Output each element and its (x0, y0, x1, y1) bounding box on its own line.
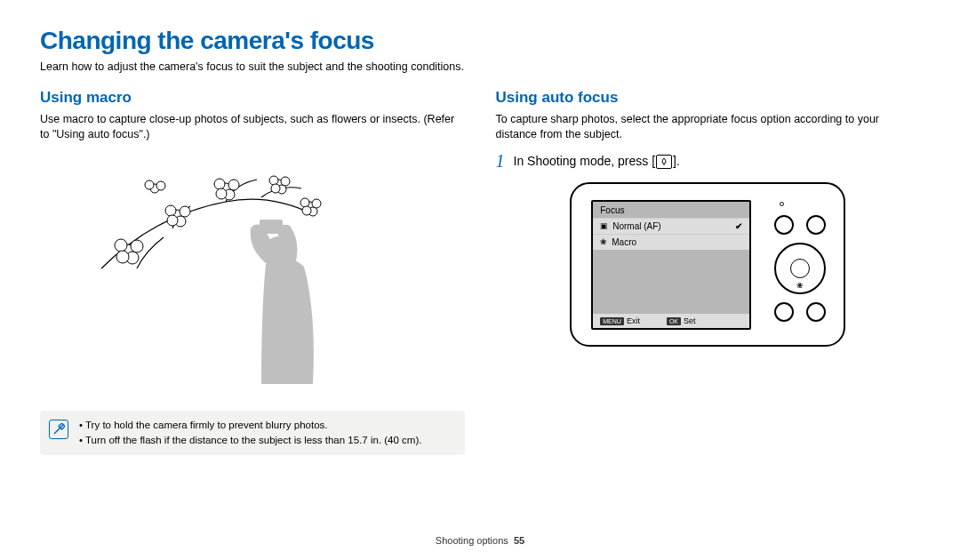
svg-point-26 (156, 181, 165, 190)
svg-point-17 (269, 176, 278, 185)
svg-point-14 (216, 188, 227, 199)
camera-button-top-left (774, 215, 794, 235)
autofocus-body: To capture sharp photos, select the appr… (496, 112, 921, 142)
page-title: Changing the camera's focus (40, 27, 920, 55)
screen-row2-label: Macro (612, 237, 636, 247)
note-item-1: Try to hold the camera firmly to prevent… (79, 418, 421, 433)
screen-row1-label: Normal (AF) (612, 221, 660, 231)
macro-illustration (92, 153, 412, 393)
page-footer: Shooting options 55 (0, 535, 960, 546)
screen-row-normal-af: ▣ Normal (AF) ✔ (593, 218, 749, 234)
screen-title: Focus (593, 202, 749, 218)
menu-badge: MENU (600, 317, 624, 325)
exit-label: Exit (627, 316, 640, 325)
step-1-pre: In Shooting mode, press [ (514, 154, 656, 168)
macro-button-icon (656, 155, 672, 169)
svg-point-16 (281, 177, 290, 186)
camera-led (780, 202, 784, 206)
svg-point-1 (131, 240, 143, 252)
content-columns: Using macro Use macro to capture close-u… (40, 89, 920, 455)
svg-point-11 (228, 180, 239, 190)
camera-diagram: Focus ▣ Normal (AF) ✔ ❀ Macro MENUExit O… (496, 182, 921, 347)
svg-point-4 (116, 251, 129, 263)
screen-row-macro: ❀ Macro (593, 234, 749, 250)
af-icon: ▣ (600, 222, 608, 230)
step-1: 1 In Shooting mode, press []. (496, 151, 921, 172)
screen-footer-exit: MENUExit (600, 316, 640, 325)
note-item-2: Turn off the flash if the distance to th… (79, 433, 421, 448)
camera-button-bottom-right (806, 302, 826, 322)
svg-point-7 (165, 205, 176, 216)
svg-point-9 (167, 215, 178, 226)
check-icon: ✔ (735, 221, 742, 231)
ok-badge: OK (667, 317, 681, 325)
footer-section: Shooting options (436, 535, 508, 546)
camera-dpad: ❀ (774, 243, 826, 294)
camera-button-bottom-left (774, 302, 794, 322)
svg-point-6 (180, 206, 190, 217)
step-1-text: In Shooting mode, press []. (514, 154, 680, 169)
camera-body: Focus ▣ Normal (AF) ✔ ❀ Macro MENUExit O… (570, 182, 845, 347)
right-column: Using auto focus To capture sharp photos… (496, 89, 921, 455)
macro-body: Use macro to capture close-up photos of … (40, 112, 465, 142)
step-number-1: 1 (496, 151, 505, 172)
svg-point-21 (312, 199, 321, 208)
svg-point-27 (145, 180, 154, 189)
note-box: Try to hold the camera firmly to prevent… (40, 411, 465, 456)
note-icon (49, 420, 68, 439)
camera-screen: Focus ▣ Normal (AF) ✔ ❀ Macro MENUExit O… (591, 200, 751, 330)
page-intro: Learn how to adjust the camera's focus t… (40, 60, 920, 73)
left-column: Using macro Use macro to capture close-u… (40, 89, 465, 455)
svg-point-12 (214, 179, 225, 189)
set-label: Set (684, 316, 696, 325)
note-list: Try to hold the camera firmly to prevent… (79, 418, 421, 449)
autofocus-heading: Using auto focus (496, 89, 921, 107)
step-1-post: ]. (673, 154, 680, 168)
camera-button-top-right (806, 215, 826, 235)
macro-icon: ❀ (600, 238, 607, 246)
svg-point-2 (115, 239, 127, 252)
screen-footer-set: OKSet (667, 316, 696, 325)
svg-rect-29 (260, 220, 283, 234)
dpad-down-macro-icon: ❀ (796, 282, 804, 290)
svg-point-24 (302, 206, 311, 215)
macro-heading: Using macro (40, 89, 465, 107)
svg-point-22 (300, 198, 309, 207)
svg-point-19 (271, 184, 280, 193)
screen-footer: MENUExit OKSet (593, 314, 749, 328)
footer-page-number: 55 (514, 535, 524, 546)
